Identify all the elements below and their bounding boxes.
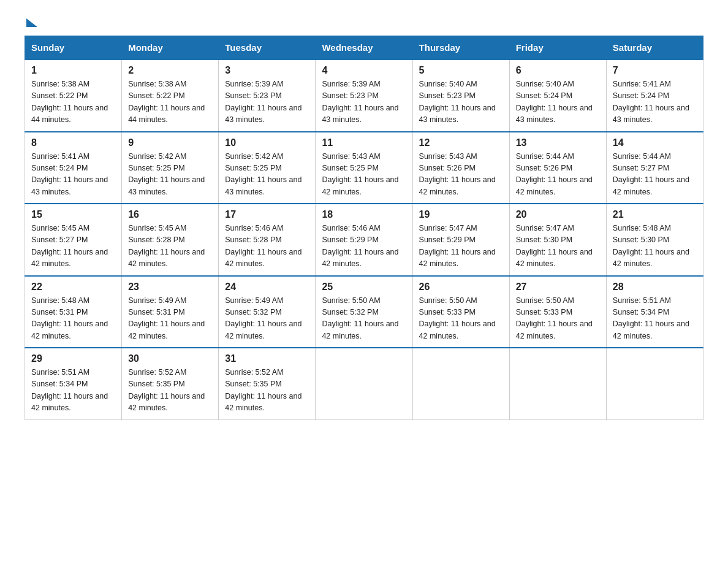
- day-number: 2: [128, 65, 212, 76]
- day-info: Sunrise: 5:46 AMSunset: 5:28 PMDaylight:…: [225, 223, 309, 270]
- calendar-cell: 6 Sunrise: 5:40 AMSunset: 5:24 PMDayligh…: [509, 59, 606, 132]
- calendar-cell: 18 Sunrise: 5:46 AMSunset: 5:29 PMDaylig…: [316, 204, 412, 276]
- day-number: 4: [322, 65, 406, 76]
- day-info: Sunrise: 5:47 AMSunset: 5:29 PMDaylight:…: [419, 223, 503, 270]
- day-info: Sunrise: 5:48 AMSunset: 5:31 PMDaylight:…: [31, 295, 115, 343]
- calendar-cell: 25 Sunrise: 5:50 AMSunset: 5:32 PMDaylig…: [316, 276, 412, 348]
- day-info: Sunrise: 5:39 AMSunset: 5:23 PMDaylight:…: [322, 79, 406, 126]
- day-info: Sunrise: 5:42 AMSunset: 5:25 PMDaylight:…: [128, 151, 212, 199]
- calendar-cell: 9 Sunrise: 5:42 AMSunset: 5:25 PMDayligh…: [122, 132, 219, 204]
- calendar-cell: 19 Sunrise: 5:47 AMSunset: 5:29 PMDaylig…: [412, 204, 509, 276]
- day-number: 16: [128, 209, 212, 220]
- day-info: Sunrise: 5:47 AMSunset: 5:30 PMDaylight:…: [516, 223, 600, 270]
- day-number: 24: [225, 282, 309, 293]
- day-number: 23: [128, 282, 212, 293]
- day-info: Sunrise: 5:44 AMSunset: 5:27 PMDaylight:…: [613, 151, 697, 199]
- weekday-header-row: SundayMondayTuesdayWednesdayThursdayFrid…: [25, 36, 703, 60]
- day-number: 14: [613, 137, 697, 148]
- weekday-header-tuesday: Tuesday: [219, 36, 316, 60]
- calendar-week-row: 1 Sunrise: 5:38 AMSunset: 5:22 PMDayligh…: [25, 59, 703, 132]
- day-info: Sunrise: 5:38 AMSunset: 5:22 PMDaylight:…: [128, 79, 212, 126]
- day-number: 27: [516, 282, 600, 293]
- calendar-cell: 14 Sunrise: 5:44 AMSunset: 5:27 PMDaylig…: [606, 132, 703, 204]
- day-number: 11: [322, 137, 406, 148]
- weekday-header-saturday: Saturday: [606, 36, 703, 60]
- day-number: 12: [419, 137, 503, 148]
- day-number: 10: [225, 137, 309, 148]
- day-number: 26: [419, 282, 503, 293]
- calendar-cell: [606, 348, 703, 419]
- calendar-cell: 11 Sunrise: 5:43 AMSunset: 5:25 PMDaylig…: [316, 132, 412, 204]
- day-info: Sunrise: 5:40 AMSunset: 5:23 PMDaylight:…: [419, 79, 503, 126]
- weekday-header-wednesday: Wednesday: [316, 36, 412, 60]
- calendar-cell: 13 Sunrise: 5:44 AMSunset: 5:26 PMDaylig…: [509, 132, 606, 204]
- calendar-cell: 21 Sunrise: 5:48 AMSunset: 5:30 PMDaylig…: [606, 204, 703, 276]
- weekday-header-thursday: Thursday: [412, 36, 509, 60]
- logo: [25, 18, 37, 23]
- calendar-cell: 20 Sunrise: 5:47 AMSunset: 5:30 PMDaylig…: [509, 204, 606, 276]
- day-number: 9: [128, 137, 212, 148]
- calendar-cell: 1 Sunrise: 5:38 AMSunset: 5:22 PMDayligh…: [25, 59, 122, 132]
- calendar-cell: 22 Sunrise: 5:48 AMSunset: 5:31 PMDaylig…: [25, 276, 122, 348]
- day-number: 18: [322, 209, 406, 220]
- day-number: 15: [31, 209, 115, 220]
- weekday-header-friday: Friday: [509, 36, 606, 60]
- calendar-cell: 2 Sunrise: 5:38 AMSunset: 5:22 PMDayligh…: [122, 59, 219, 132]
- day-info: Sunrise: 5:52 AMSunset: 5:35 PMDaylight:…: [128, 367, 212, 415]
- day-number: 3: [225, 65, 309, 76]
- calendar-week-row: 8 Sunrise: 5:41 AMSunset: 5:24 PMDayligh…: [25, 132, 703, 204]
- calendar-cell: 24 Sunrise: 5:49 AMSunset: 5:32 PMDaylig…: [219, 276, 316, 348]
- day-number: 21: [613, 209, 697, 220]
- calendar-week-row: 29 Sunrise: 5:51 AMSunset: 5:34 PMDaylig…: [25, 348, 703, 419]
- calendar-cell: [316, 348, 412, 419]
- calendar-cell: 27 Sunrise: 5:50 AMSunset: 5:33 PMDaylig…: [509, 276, 606, 348]
- day-number: 30: [128, 353, 212, 364]
- calendar-cell: [509, 348, 606, 419]
- day-info: Sunrise: 5:45 AMSunset: 5:28 PMDaylight:…: [128, 223, 212, 270]
- calendar-cell: 5 Sunrise: 5:40 AMSunset: 5:23 PMDayligh…: [412, 59, 509, 132]
- day-info: Sunrise: 5:38 AMSunset: 5:22 PMDaylight:…: [31, 79, 115, 126]
- day-number: 22: [31, 282, 115, 293]
- logo-triangle-icon: [26, 18, 37, 27]
- day-info: Sunrise: 5:51 AMSunset: 5:34 PMDaylight:…: [613, 295, 697, 343]
- day-number: 13: [516, 137, 600, 148]
- day-number: 25: [322, 282, 406, 293]
- day-number: 29: [31, 353, 115, 364]
- day-info: Sunrise: 5:46 AMSunset: 5:29 PMDaylight:…: [322, 223, 406, 270]
- day-info: Sunrise: 5:39 AMSunset: 5:23 PMDaylight:…: [225, 79, 309, 126]
- calendar-cell: 10 Sunrise: 5:42 AMSunset: 5:25 PMDaylig…: [219, 132, 316, 204]
- calendar-cell: 23 Sunrise: 5:49 AMSunset: 5:31 PMDaylig…: [122, 276, 219, 348]
- calendar-cell: 12 Sunrise: 5:43 AMSunset: 5:26 PMDaylig…: [412, 132, 509, 204]
- calendar-cell: 17 Sunrise: 5:46 AMSunset: 5:28 PMDaylig…: [219, 204, 316, 276]
- calendar-cell: 26 Sunrise: 5:50 AMSunset: 5:33 PMDaylig…: [412, 276, 509, 348]
- calendar-cell: 16 Sunrise: 5:45 AMSunset: 5:28 PMDaylig…: [122, 204, 219, 276]
- day-number: 5: [419, 65, 503, 76]
- calendar-cell: 15 Sunrise: 5:45 AMSunset: 5:27 PMDaylig…: [25, 204, 122, 276]
- day-info: Sunrise: 5:50 AMSunset: 5:33 PMDaylight:…: [419, 295, 503, 343]
- day-number: 19: [419, 209, 503, 220]
- day-info: Sunrise: 5:42 AMSunset: 5:25 PMDaylight:…: [225, 151, 309, 199]
- day-info: Sunrise: 5:43 AMSunset: 5:26 PMDaylight:…: [419, 151, 503, 199]
- day-number: 28: [613, 282, 697, 293]
- day-info: Sunrise: 5:41 AMSunset: 5:24 PMDaylight:…: [31, 151, 115, 199]
- day-info: Sunrise: 5:49 AMSunset: 5:31 PMDaylight:…: [128, 295, 212, 343]
- day-info: Sunrise: 5:50 AMSunset: 5:33 PMDaylight:…: [516, 295, 600, 343]
- day-info: Sunrise: 5:45 AMSunset: 5:27 PMDaylight:…: [31, 223, 115, 270]
- day-number: 1: [31, 65, 115, 76]
- day-info: Sunrise: 5:41 AMSunset: 5:24 PMDaylight:…: [613, 79, 697, 126]
- calendar-cell: 30 Sunrise: 5:52 AMSunset: 5:35 PMDaylig…: [122, 348, 219, 419]
- weekday-header-monday: Monday: [122, 36, 219, 60]
- day-info: Sunrise: 5:48 AMSunset: 5:30 PMDaylight:…: [613, 223, 697, 270]
- day-number: 17: [225, 209, 309, 220]
- day-number: 20: [516, 209, 600, 220]
- day-info: Sunrise: 5:50 AMSunset: 5:32 PMDaylight:…: [322, 295, 406, 343]
- weekday-header-sunday: Sunday: [25, 36, 122, 60]
- calendar-cell: 7 Sunrise: 5:41 AMSunset: 5:24 PMDayligh…: [606, 59, 703, 132]
- day-info: Sunrise: 5:51 AMSunset: 5:34 PMDaylight:…: [31, 367, 115, 415]
- calendar-table: SundayMondayTuesdayWednesdayThursdayFrid…: [25, 36, 703, 420]
- day-info: Sunrise: 5:52 AMSunset: 5:35 PMDaylight:…: [225, 367, 309, 415]
- calendar-cell: 28 Sunrise: 5:51 AMSunset: 5:34 PMDaylig…: [606, 276, 703, 348]
- day-number: 31: [225, 353, 309, 364]
- day-number: 6: [516, 65, 600, 76]
- calendar-cell: 3 Sunrise: 5:39 AMSunset: 5:23 PMDayligh…: [219, 59, 316, 132]
